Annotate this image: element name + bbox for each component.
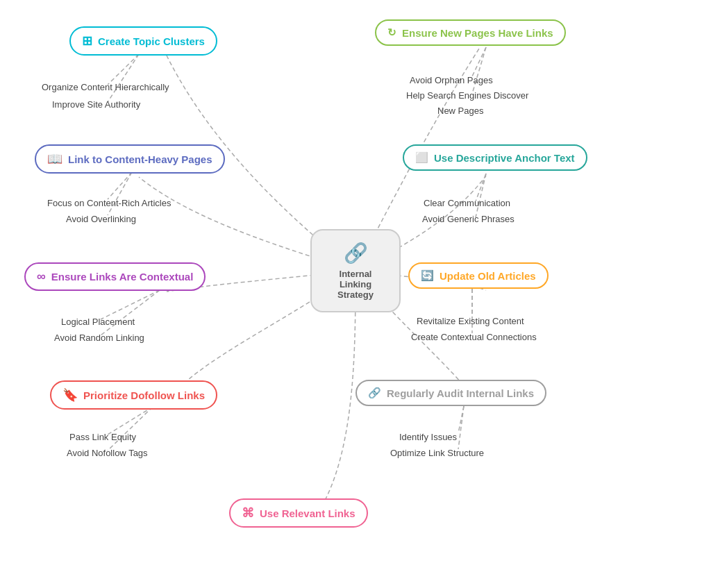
svg-line-9 [101,290,160,335]
sub-improve: Improve Site Authority [52,99,140,110]
contextual-label: Ensure Links Are Contextual [51,271,194,283]
node-link-content: 📖 Link to Content-Heavy Pages [35,144,225,174]
audit-icon: 🔗 [368,387,381,399]
audit-label: Regularly Audit Internal Links [387,387,534,399]
sub-logical: Logical Placement [61,317,135,327]
node-audit: 🔗 Regularly Audit Internal Links [356,380,546,406]
center-label: Internal Linking Strategy [337,269,374,300]
center-icon: 🔗 [344,242,368,264]
sub-clear-comm: Clear Communication [424,198,510,208]
sub-avoid-generic: Avoid Generic Phrases [422,214,515,224]
update-old-icon: 🔄 [421,269,434,282]
ensure-new-icon: ↻ [387,26,396,39]
sub-new-pages: New Pages [437,106,483,116]
link-content-label: Link to Content-Heavy Pages [68,153,212,165]
relevant-icon: ⌘ [242,505,254,521]
sub-orphan: Avoid Orphan Pages [410,75,493,85]
sub-organize: Organize Content Hierarchically [42,82,169,92]
svg-line-1 [108,54,139,102]
svg-line-12 [108,407,153,435]
svg-line-0 [108,54,139,85]
sub-avoid-nofollow: Avoid Nofollow Tags [67,448,148,458]
link-content-icon: 📖 [47,151,62,167]
svg-line-14 [458,406,464,433]
mind-map-diagram: .dline { stroke: #aaa; stroke-width: 1.5… [0,0,711,588]
svg-line-13 [108,407,153,451]
svg-line-5 [108,172,132,215]
sub-identify: Identify Issues [399,432,457,442]
node-descriptive: ⬜ Use Descriptive Anchor Text [403,144,587,171]
svg-line-15 [458,406,464,449]
center-node: 🔗 Internal Linking Strategy [310,229,401,312]
svg-line-8 [101,290,160,319]
node-create-topic: ⊞ Create Topic Clusters [69,26,217,56]
descriptive-icon: ⬜ [415,151,428,164]
sub-revitalize: Revitalize Existing Content [417,316,524,326]
sub-content-rich: Focus on Content-Rich Articles [47,198,171,208]
svg-line-7 [476,174,486,217]
descriptive-label: Use Descriptive Anchor Text [434,152,575,164]
contextual-icon: ∞ [37,269,46,284]
dofollow-icon: 🔖 [62,387,78,403]
node-dofollow: 🔖 Prioritize Dofollow Links [50,380,217,410]
svg-line-3 [472,47,486,94]
sub-contextual-conn: Create Contextual Connections [411,332,537,342]
relevant-label: Use Relevant Links [260,507,356,519]
ensure-new-label: Ensure New Pages Have Links [402,27,553,39]
dofollow-label: Prioritize Dofollow Links [83,389,205,401]
sub-avoid-overlinking: Avoid Overlinking [66,214,136,224]
node-relevant: ⌘ Use Relevant Links [229,498,368,528]
sub-pass-equity: Pass Link Equity [69,432,136,442]
node-ensure-new: ↻ Ensure New Pages Have Links [375,19,566,46]
node-update-old: 🔄 Update Old Articles [408,262,549,289]
update-old-label: Update Old Articles [440,270,536,282]
sub-avoid-random: Avoid Random Linking [54,333,144,343]
create-topic-icon: ⊞ [82,33,92,49]
svg-line-2 [472,47,486,76]
create-topic-label: Create Topic Clusters [98,35,205,47]
node-contextual: ∞ Ensure Links Are Contextual [24,262,206,291]
sub-search-discover: Help Search Engines Discover [406,90,528,101]
svg-line-4 [108,172,132,199]
sub-optimize: Optimize Link Structure [390,448,484,458]
svg-line-6 [476,174,486,201]
